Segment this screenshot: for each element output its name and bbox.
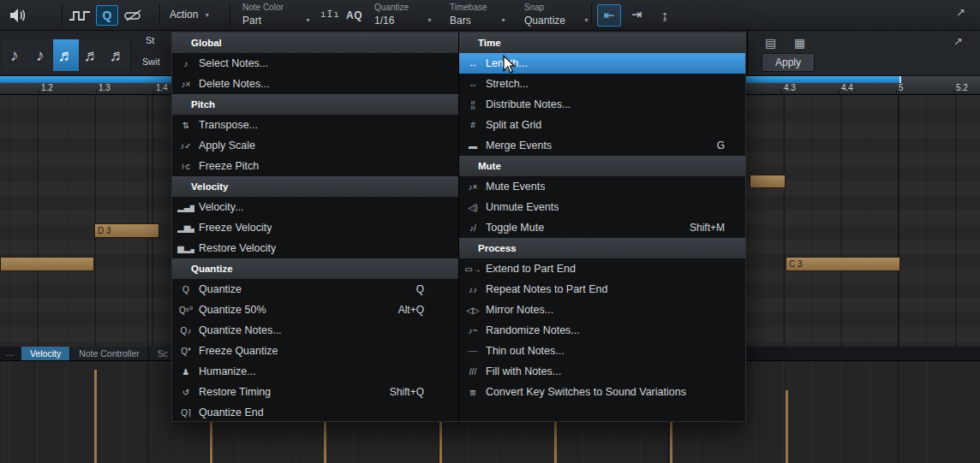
- menu-item-humanize[interactable]: ♟Humanize...: [172, 361, 458, 382]
- menu-item-delete-notes[interactable]: ♪×Delete Notes...: [172, 74, 458, 94]
- menu-item-mute-events[interactable]: ♪×Mute Events: [459, 176, 745, 197]
- speaker-icon[interactable]: [9, 7, 27, 24]
- menu-item-freeze-velocity[interactable]: ▂▆▄Freeze Velocity: [172, 217, 458, 238]
- menu-item-label: Select Notes...: [199, 57, 268, 69]
- menu-item-randomize-notes[interactable]: ♪~Randomize Notes...: [459, 320, 745, 341]
- menu-item-apply-scale[interactable]: ♪✓Apply Scale: [172, 135, 458, 156]
- thirtysecond-note-icon[interactable]: ♬: [79, 39, 105, 71]
- truncated-label: St: [146, 35, 154, 45]
- apply-button[interactable]: Apply: [762, 53, 815, 72]
- menu-item-thin-out-notes[interactable]: ·┄·Thin out Notes...: [459, 341, 745, 361]
- action-dropdown[interactable]: Action ▼: [170, 9, 210, 21]
- unmute-events-icon: ◁): [464, 203, 481, 212]
- menu-item-restore-velocity[interactable]: ▆▂▄Restore Velocity: [172, 238, 458, 258]
- thin-out-notes-icon: ·┄·: [464, 347, 481, 356]
- menu-item-label: Velocity...: [199, 201, 244, 213]
- menu-item-label: Mirror Notes...: [486, 304, 553, 316]
- separator: [62, 3, 63, 27]
- menu-item-toggle-mute[interactable]: ♪/Toggle MuteShift+M: [459, 217, 745, 238]
- ruler-tick: [39, 90, 39, 94]
- freeze-quantize-icon: Q*: [177, 347, 194, 356]
- snap-left-icon[interactable]: ⇤: [597, 4, 621, 27]
- menu-item-label: Humanize...: [199, 365, 256, 377]
- menu-item-label: Unmute Events: [486, 201, 559, 213]
- ruler-tick: [839, 90, 840, 94]
- menu-item-quantize[interactable]: QQuantizeQ: [172, 279, 458, 300]
- menu-item-label: Mute Events: [486, 181, 545, 193]
- popout-icon[interactable]: ↗: [953, 35, 963, 48]
- menu-item-quantize-notes[interactable]: Q♪Quantize Notes...: [172, 320, 458, 341]
- menu-item-stretch[interactable]: ⇔Stretch...: [459, 74, 745, 94]
- menu-column-left: Global♪Select Notes...♪×Delete Notes...P…: [172, 33, 459, 421]
- chevron-down-icon: ▼: [427, 17, 433, 23]
- vertical-range-icon[interactable]: ↨: [654, 4, 676, 25]
- menu-item-unmute-events[interactable]: ◁)Unmute Events: [459, 197, 745, 217]
- grid-meter-icon[interactable]: ıIı: [320, 9, 340, 20]
- midi-note[interactable]: [750, 175, 786, 188]
- menu-item-merge-events[interactable]: ▬Merge EventsG: [459, 135, 745, 156]
- convert-key-switches-icon: ≣: [464, 388, 481, 397]
- sixteenth-note-icon[interactable]: ♬: [53, 39, 80, 71]
- velocity-stem[interactable]: [786, 390, 788, 463]
- eighth-note-icon[interactable]: ♪: [2, 39, 28, 71]
- popout-icon[interactable]: ↗: [956, 6, 965, 19]
- menu-section-quantize: Quantize: [172, 258, 458, 279]
- overflow-icon[interactable]: …: [0, 347, 21, 360]
- menu-item-freeze-quantize[interactable]: Q*Freeze Quantize: [172, 341, 458, 361]
- menu-item-label: Thin out Notes...: [486, 345, 565, 357]
- menu-item-repeat-notes-to-part-end[interactable]: ♪♪Repeat Notes to Part End: [459, 279, 745, 300]
- lines-panel-icon[interactable]: ▤: [765, 36, 776, 50]
- timebase-dropdown[interactable]: Bars ▼: [450, 14, 506, 27]
- quantize-dropdown[interactable]: 1/16 ▼: [374, 14, 433, 27]
- menu-item-distribute-notes[interactable]: ¦¦Distribute Notes...: [459, 94, 745, 115]
- menu-item-freeze-pitch[interactable]: ⊦cFreeze Pitch: [172, 156, 458, 176]
- menu-item-label: Distribute Notes...: [486, 98, 571, 110]
- mute-events-icon: ♪×: [464, 182, 481, 192]
- step-pattern-icon[interactable]: [69, 8, 91, 23]
- ruler-label: 4.3: [784, 83, 796, 92]
- menu-item-velocity[interactable]: ▂▄▆Velocity...: [172, 197, 458, 217]
- key-editor-window: Q Action ▼ Note Color Part ▼ ıIı AQ Quan…: [0, 0, 980, 463]
- quantize-50-icon: Q⁵⁰: [177, 306, 194, 315]
- quantize-group: Quantize 1/16 ▼: [374, 3, 433, 27]
- quantize-value: 1/16: [374, 15, 394, 27]
- menu-section-label: Process: [478, 243, 517, 253]
- note-color-dropdown[interactable]: Part ▼: [242, 14, 311, 27]
- tab-label: Note Controller: [79, 348, 140, 359]
- menu-item-label: Quantize: [199, 283, 242, 295]
- menu-item-label: Merge Events: [486, 139, 552, 151]
- menu-item-mirror-notes[interactable]: ◁▷Mirror Notes...: [459, 300, 745, 320]
- menu-item-quantize-end[interactable]: Q⌉Quantize End: [172, 402, 458, 423]
- menu-item-quantize-50[interactable]: Q⁵⁰Quantize 50%Alt+Q: [172, 300, 458, 320]
- menu-item-label: Quantize 50%: [199, 304, 266, 316]
- snap-right-icon[interactable]: ⇥: [625, 4, 648, 25]
- midi-note[interactable]: [0, 257, 94, 271]
- toggle-mute-icon: ♪/: [464, 223, 481, 233]
- q-toggle-button[interactable]: Q: [96, 5, 118, 26]
- menu-item-transpose[interactable]: ⇅Transpose...: [172, 115, 458, 135]
- menu-item-label: Toggle Mute: [486, 222, 544, 234]
- velocity-stem[interactable]: [94, 370, 97, 463]
- menu-item-fill-with-notes[interactable]: ///Fill with Notes...: [459, 361, 745, 382]
- sixtyfourth-note-icon[interactable]: ♬: [105, 39, 131, 71]
- menu-item-label: Convert Key Switches to Sound Variations: [486, 386, 686, 398]
- eighth-note-dotted-icon[interactable]: ♪: [27, 39, 54, 71]
- menu-item-select-notes[interactable]: ♪Select Notes...: [172, 53, 458, 74]
- menu-item-label: Extend to Part End: [486, 263, 576, 275]
- truncated-label: Swit: [142, 56, 160, 67]
- menu-item-extend-to-part-end[interactable]: ▭→Extend to Part End: [459, 258, 745, 279]
- crossed-capsule-icon[interactable]: [123, 9, 144, 22]
- menu-item-convert-key-switches-to-sound-variations[interactable]: ≣Convert Key Switches to Sound Variation…: [459, 382, 745, 402]
- grid-panel-icon[interactable]: ▦: [794, 36, 805, 50]
- ruler-label: 5: [899, 83, 904, 92]
- menu-item-restore-timing[interactable]: ↺Restore TimingShift+Q: [172, 382, 458, 402]
- select-notes-icon: ♪: [177, 59, 194, 68]
- aq-toggle[interactable]: AQ: [346, 9, 362, 21]
- midi-note[interactable]: D 3: [94, 223, 159, 238]
- menu-item-split-at-grid[interactable]: #Split at Grid: [459, 115, 745, 135]
- menu-item-label: Apply Scale: [199, 139, 255, 151]
- midi-note[interactable]: C 3: [786, 257, 900, 271]
- snap-dropdown[interactable]: Quantize ▼: [524, 14, 589, 27]
- tab-velocity[interactable]: Velocity: [21, 347, 70, 360]
- tab-note-controller[interactable]: Note Controller: [70, 347, 149, 360]
